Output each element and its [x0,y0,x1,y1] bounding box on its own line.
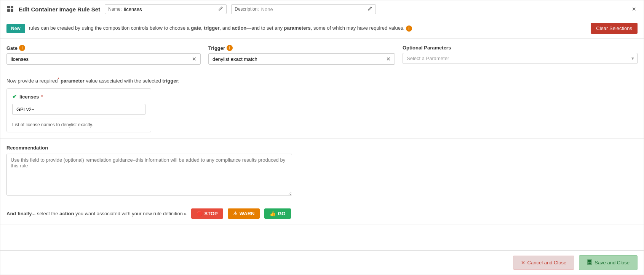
save-button[interactable]: Save and Close [579,255,638,270]
param-card: ✔ licenses* List of license names to den… [6,88,151,132]
go-icon: 👍 [270,211,276,216]
recommendation-section: Recommendation [0,139,644,203]
optional-params-select[interactable]: Select a Parameter [403,53,637,64]
svg-rect-3 [11,9,13,12]
name-input[interactable] [124,6,216,12]
gate-info-icon[interactable]: i [19,45,25,51]
param-value-input[interactable] [12,104,145,115]
param-hint: List of license names to denylist exactl… [12,119,145,127]
svg-rect-0 [7,6,10,8]
trigger-info-icon[interactable]: i [227,45,233,51]
warn-icon: ⚠ [233,211,238,216]
param-card-title: licenses [19,94,39,100]
optional-params-group: Optional Parameters Select a Parameter [403,45,638,64]
modal-title: Edit Container Image Rule Set [6,5,100,14]
clear-selections-button[interactable]: Clear Selections [591,23,638,34]
go-button[interactable]: 👍 GO [264,208,291,219]
info-icon[interactable]: i [406,25,412,32]
trigger-group: Trigger i ✕ [208,45,395,65]
description-edit-button[interactable] [368,6,372,12]
new-button[interactable]: New [6,24,25,33]
svg-rect-6 [588,262,591,264]
gate-input-wrap: ✕ [6,53,201,65]
svg-rect-5 [588,260,591,262]
page-title: Edit Container Image Rule Set [19,6,100,13]
name-label: Name: [108,6,121,12]
gate-label: Gate i [6,45,201,51]
action-text: And finally... select the action you wan… [6,211,187,216]
recommendation-textarea[interactable] [6,154,292,196]
description-input[interactable] [261,6,366,12]
recommendation-label: Recommendation [6,145,638,151]
save-disk-icon [587,259,592,266]
trigger-label: Trigger i [208,45,395,51]
close-button[interactable]: × [630,5,638,13]
parameter-section: Now provide a required* parameter value … [0,71,644,139]
grid-icon [6,5,14,14]
fields-row: Gate i ✕ Trigger i ✕ Optional Parameters [0,39,644,71]
gate-input[interactable] [11,56,190,62]
toolbar-description: rules can be created by using the compos… [29,25,587,32]
name-field: Name: [105,4,227,14]
cancel-x-icon: ✕ [521,260,525,265]
gate-group: Gate i ✕ [6,45,201,65]
param-card-header: ✔ licenses* [12,93,145,100]
name-edit-button[interactable] [218,6,223,12]
trigger-input[interactable] [213,56,384,62]
optional-params-select-wrap[interactable]: Select a Parameter [403,53,638,64]
trigger-input-wrap: ✕ [208,53,395,65]
stop-icon: 🛑 [197,211,203,216]
action-section: And finally... select the action you wan… [0,203,644,224]
optional-params-label: Optional Parameters [403,45,638,51]
cancel-button[interactable]: ✕ Cancel and Close [513,256,575,270]
description-label: Description: [235,6,259,12]
description-field: Description: [231,4,376,14]
param-title: Now provide a required* parameter value … [6,77,638,84]
svg-rect-2 [7,9,10,12]
trigger-clear-button[interactable]: ✕ [386,56,391,62]
svg-rect-1 [11,6,13,8]
check-icon: ✔ [12,93,17,100]
gate-clear-button[interactable]: ✕ [192,56,197,62]
stop-button[interactable]: 🛑 STOP [191,208,223,219]
top-bar: New rules can be created by using the co… [0,18,644,39]
modal-footer: ✕ Cancel and Close Save and Close [0,250,644,275]
warn-button[interactable]: ⚠ WARN [228,208,260,219]
